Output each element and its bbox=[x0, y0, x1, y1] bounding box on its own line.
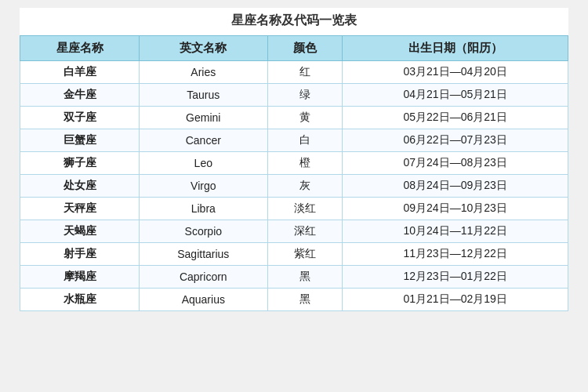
table-row: 巨蟹座Cancer白06月22日—07月23日 bbox=[20, 129, 568, 152]
cell-date: 04月21日—05月21日 bbox=[343, 84, 568, 107]
table-row: 天蝎座Scorpio深红10月24日—11月22日 bbox=[20, 220, 568, 243]
header-date: 出生日期（阳历） bbox=[343, 36, 568, 61]
cell-date: 12月23日—01月22日 bbox=[343, 266, 568, 289]
cell-english-name: Gemini bbox=[140, 107, 268, 129]
cell-color: 橙 bbox=[267, 152, 343, 175]
cell-color: 黑 bbox=[267, 289, 343, 311]
cell-english-name: Sagittarius bbox=[140, 243, 268, 266]
cell-chinese-name: 白羊座 bbox=[20, 61, 140, 84]
cell-color: 淡红 bbox=[267, 198, 343, 220]
cell-date: 05月22日—06月21日 bbox=[343, 107, 568, 129]
table-row: 射手座Sagittarius紫红11月23日—12月22日 bbox=[20, 243, 568, 266]
cell-chinese-name: 水瓶座 bbox=[20, 289, 140, 311]
cell-date: 09月24日—10月23日 bbox=[343, 198, 568, 220]
cell-english-name: Libra bbox=[140, 198, 268, 220]
table-row: 水瓶座Aquarius黑01月21日—02月19日 bbox=[20, 289, 568, 311]
cell-english-name: Aries bbox=[140, 61, 268, 84]
cell-chinese-name: 摩羯座 bbox=[20, 266, 140, 289]
cell-english-name: Aquarius bbox=[140, 289, 268, 311]
cell-english-name: Cancer bbox=[140, 129, 268, 152]
zodiac-table: 星座名称 英文名称 颜色 出生日期（阳历） 白羊座Aries红03月21日—04… bbox=[20, 35, 568, 311]
table-row: 白羊座Aries红03月21日—04月20日 bbox=[20, 61, 568, 84]
cell-date: 10月24日—11月22日 bbox=[343, 220, 568, 243]
table-row: 双子座Gemini黄05月22日—06月21日 bbox=[20, 107, 568, 129]
cell-date: 08月24日—09月23日 bbox=[343, 175, 568, 198]
cell-color: 绿 bbox=[267, 84, 343, 107]
cell-date: 11月23日—12月22日 bbox=[343, 243, 568, 266]
header-english-name: 英文名称 bbox=[140, 36, 268, 61]
table-row: 金牛座Taurus绿04月21日—05月21日 bbox=[20, 84, 568, 107]
cell-color: 深红 bbox=[267, 220, 343, 243]
cell-color: 黑 bbox=[267, 266, 343, 289]
cell-chinese-name: 处女座 bbox=[20, 175, 140, 198]
cell-color: 黄 bbox=[267, 107, 343, 129]
cell-chinese-name: 双子座 bbox=[20, 107, 140, 129]
cell-date: 07月24日—08月23日 bbox=[343, 152, 568, 175]
cell-date: 03月21日—04月20日 bbox=[343, 61, 568, 84]
table-row: 狮子座Leo橙07月24日—08月23日 bbox=[20, 152, 568, 175]
cell-chinese-name: 天蝎座 bbox=[20, 220, 140, 243]
cell-english-name: Capricorn bbox=[140, 266, 268, 289]
header-color: 颜色 bbox=[267, 36, 343, 61]
cell-chinese-name: 金牛座 bbox=[20, 84, 140, 107]
cell-date: 01月21日—02月19日 bbox=[343, 289, 568, 311]
cell-english-name: Virgo bbox=[140, 175, 268, 198]
cell-english-name: Leo bbox=[140, 152, 268, 175]
table-header-row: 星座名称 英文名称 颜色 出生日期（阳历） bbox=[20, 36, 568, 61]
page-title: 星座名称及代码一览表 bbox=[20, 8, 568, 35]
cell-color: 红 bbox=[267, 61, 343, 84]
table-row: 摩羯座Capricorn黑12月23日—01月22日 bbox=[20, 266, 568, 289]
cell-chinese-name: 狮子座 bbox=[20, 152, 140, 175]
cell-english-name: Scorpio bbox=[140, 220, 268, 243]
cell-color: 紫红 bbox=[267, 243, 343, 266]
cell-color: 灰 bbox=[267, 175, 343, 198]
main-container: 星座名称及代码一览表 星座名称 英文名称 颜色 出生日期（阳历） 白羊座Arie… bbox=[20, 8, 568, 311]
table-row: 天秤座Libra淡红09月24日—10月23日 bbox=[20, 198, 568, 220]
cell-date: 06月22日—07月23日 bbox=[343, 129, 568, 152]
header-chinese-name: 星座名称 bbox=[20, 36, 140, 61]
cell-chinese-name: 巨蟹座 bbox=[20, 129, 140, 152]
cell-chinese-name: 射手座 bbox=[20, 243, 140, 266]
table-row: 处女座Virgo灰08月24日—09月23日 bbox=[20, 175, 568, 198]
cell-english-name: Taurus bbox=[140, 84, 268, 107]
cell-chinese-name: 天秤座 bbox=[20, 198, 140, 220]
cell-color: 白 bbox=[267, 129, 343, 152]
